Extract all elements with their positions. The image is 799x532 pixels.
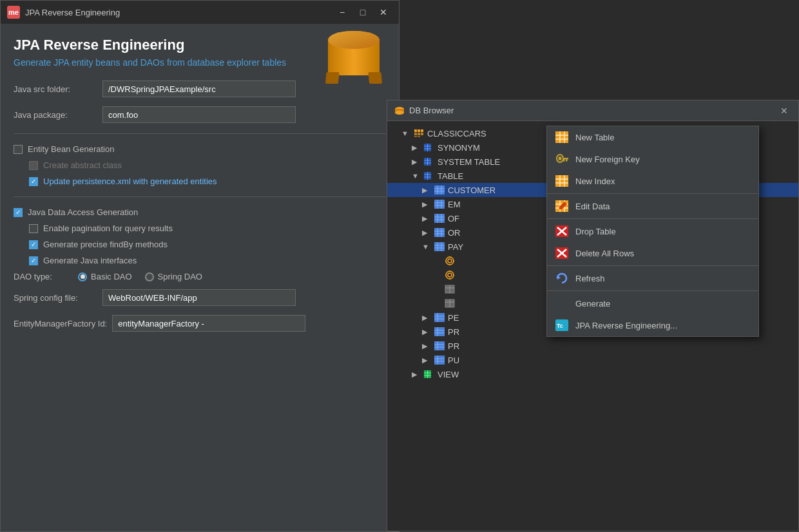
dao-type-label: DAO type: (14, 272, 65, 281)
tree-view[interactable]: ▶ VIEW (387, 367, 798, 381)
create-abstract-checkbox[interactable] (29, 161, 38, 170)
refresh-label: Refresh (575, 274, 605, 283)
jpa-reverse-label: JPA Reverse Engineering... (575, 321, 677, 330)
pay-arrow: ▼ (422, 243, 431, 251)
spring-dao-radio[interactable] (145, 272, 154, 281)
svg-rect-17 (418, 129, 420, 132)
basic-dao-option: Basic DAO (78, 272, 132, 281)
java-package-row: Java package: (14, 106, 386, 123)
delete-all-rows-icon (555, 247, 569, 260)
svg-point-3 (328, 31, 380, 49)
svg-point-109 (559, 157, 562, 160)
generate-findby-checkbox[interactable] (29, 240, 38, 249)
java-data-checkbox[interactable] (14, 208, 23, 217)
entity-bean-row: Entity Bean Generation (14, 144, 386, 154)
create-abstract-row: Create abstract class (29, 160, 386, 170)
ctx-generate[interactable]: Generate (547, 292, 758, 314)
context-menu: New Table New Foreign Key New Index (546, 126, 759, 337)
system-table-arrow: ▶ (412, 158, 421, 166)
new-foreign-key-icon (555, 153, 569, 166)
delete-all-rows-label: Delete All Rows (575, 249, 634, 258)
ctx-delete-all-rows[interactable]: Delete All Rows (547, 242, 758, 264)
generate-findby-row: Generate precise findBy methods (29, 240, 386, 249)
svg-rect-90 (434, 341, 445, 350)
ctx-new-index[interactable]: New Index (547, 170, 758, 192)
generate-label: Generate (575, 299, 610, 309)
divider-2 (14, 196, 386, 197)
svg-rect-35 (428, 172, 431, 180)
new-index-label: New Index (575, 176, 615, 186)
svg-rect-5 (368, 72, 382, 84)
ctx-edit-data[interactable]: Edit Data (547, 195, 758, 217)
edit-data-icon (555, 200, 569, 213)
generate-interfaces-label: Generate Java interfaces (43, 256, 137, 265)
new-table-label: New Table (575, 133, 614, 142)
pr1-arrow: ▶ (422, 328, 431, 336)
spring-dao-label: Spring DAO (158, 272, 202, 281)
spring-config-input[interactable] (102, 289, 296, 306)
view-icon (423, 369, 435, 379)
ctx-jpa-reverse[interactable]: Tc JPA Reverse Engineering... (547, 314, 758, 336)
or-icon (434, 227, 445, 238)
java-package-input[interactable] (102, 106, 296, 123)
ctx-divider-2 (547, 218, 758, 219)
synonym-icon (423, 142, 435, 153)
svg-rect-99 (428, 370, 431, 378)
pay-sub3-icon (444, 284, 456, 294)
pay-sub2-icon (444, 270, 456, 280)
app-icon: me (7, 6, 20, 19)
ctx-divider-4 (547, 290, 758, 291)
java-src-input[interactable] (102, 81, 296, 97)
generate-findby-label: Generate precise findBy methods (43, 240, 168, 249)
enable-pagination-checkbox[interactable] (29, 224, 38, 233)
svg-rect-94 (434, 356, 445, 365)
db-browser-icon (394, 105, 405, 117)
new-index-icon (555, 175, 569, 187)
pu-label: PU (448, 356, 793, 365)
update-persistence-checkbox[interactable] (29, 177, 38, 186)
entity-manager-input[interactable] (112, 315, 305, 332)
svg-rect-82 (434, 313, 445, 322)
svg-rect-98 (424, 370, 427, 378)
java-data-label: Java Data Access Generation (28, 207, 138, 217)
jpa-title: JPA Reverse Engineering (25, 8, 328, 17)
svg-rect-16 (414, 129, 417, 132)
svg-rect-19 (414, 133, 417, 135)
jpa-window: me JPA Reverse Engineering − □ ✕ JPA Rev… (0, 0, 400, 532)
pe-arrow: ▶ (422, 314, 431, 322)
ctx-refresh[interactable]: Refresh (547, 267, 758, 289)
enable-pagination-label: Enable pagination for query results (43, 223, 173, 233)
db-decoration (315, 17, 392, 88)
svg-rect-29 (424, 158, 427, 166)
drop-table-label: Drop Table (575, 227, 616, 236)
db-browser-close[interactable]: ✕ (776, 104, 792, 117)
entity-bean-checkbox[interactable] (14, 145, 23, 154)
svg-rect-34 (424, 172, 427, 180)
generate-interfaces-checkbox[interactable] (29, 256, 38, 265)
svg-rect-103 (555, 131, 568, 143)
update-persistence-row: Update persistence.xml with generated en… (29, 176, 386, 186)
ctx-divider-1 (547, 193, 758, 194)
svg-rect-18 (421, 129, 423, 132)
svg-rect-21 (421, 133, 423, 135)
view-arrow: ▶ (412, 370, 421, 379)
entity-bean-label: Entity Bean Generation (28, 144, 114, 154)
jpa-content: JPA Reverse Engineering Generate JPA ent… (1, 24, 399, 354)
em-arrow: ▶ (422, 200, 431, 209)
svg-rect-4 (325, 72, 340, 84)
update-persistence-label: Update persistence.xml with generated en… (43, 176, 217, 186)
tree-pr2[interactable]: ▶ PR (387, 339, 798, 353)
basic-dao-label: Basic DAO (91, 272, 132, 281)
ctx-new-table[interactable]: New Table (547, 126, 758, 148)
db-browser-title: DB Browser (409, 106, 773, 115)
svg-rect-111 (566, 160, 568, 162)
ctx-drop-table[interactable]: Drop Table (547, 220, 758, 242)
edit-data-label: Edit Data (575, 202, 610, 211)
spring-dao-option: Spring DAO (145, 272, 202, 281)
svg-rect-49 (434, 214, 445, 223)
spring-config-row: Spring config file: (14, 289, 386, 306)
create-abstract-label: Create abstract class (43, 160, 122, 170)
tree-pu[interactable]: ▶ PU (387, 353, 798, 367)
basic-dao-radio[interactable] (78, 272, 87, 281)
ctx-new-foreign-key[interactable]: New Foreign Key (547, 148, 758, 170)
